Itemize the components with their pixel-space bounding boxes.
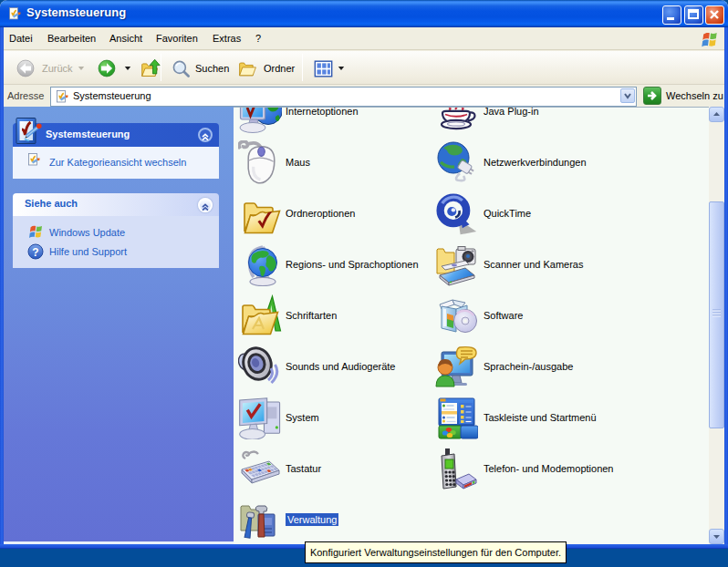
svg-text:?: ? xyxy=(32,246,38,259)
